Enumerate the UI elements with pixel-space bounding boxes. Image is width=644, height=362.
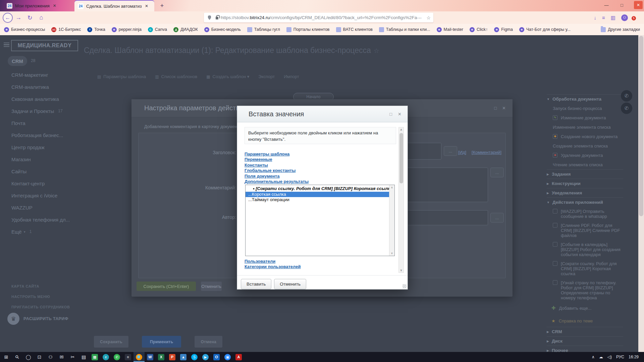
menu-hamburger-icon[interactable] [4,43,9,47]
sidebar-item[interactable]: Центр продаж [11,141,84,153]
snipping-tool-icon[interactable]: ✂ [67,352,78,362]
listbox-item[interactable]: ...Короткая ссылка [246,192,394,197]
library-icon[interactable]: ≡ [602,15,605,20]
bookmark-item[interactable]: 1С 1С-Битрикс [51,27,81,32]
palette-group-header[interactable]: ▶ Диск [547,336,623,346]
outlook-icon[interactable]: O [211,352,222,362]
sidebar-item[interactable]: Контакт-центр [11,177,84,189]
account-icon[interactable]: ⚇ [621,14,628,21]
modal-maximize-icon[interactable]: □ [389,112,392,117]
back-button[interactable]: ← [3,13,13,23]
palette-item[interactable]: [Сократи ссылку. Робот для CRM] [BIZZUP]… [547,259,623,278]
listbox-scrollbar[interactable]: ∧ ∨ [389,185,394,256]
dialog-maximize-icon[interactable]: □ [494,106,497,111]
acrobat-icon[interactable]: A [233,352,244,362]
palette-item[interactable]: Создание элемента списка [547,141,623,150]
browser-tab-my-apps[interactable]: 24 Мои приложения ✕ [3,0,72,11]
mail-icon[interactable]: ✉ [56,352,67,362]
value-category-link[interactable]: Глобальные константы [245,168,309,173]
palette-group-header[interactable]: ▶ Задания [547,169,623,179]
sheets-icon[interactable]: ▦ [89,352,100,362]
onedrive-cloud-icon[interactable]: ☁ [599,355,603,359]
palette-item[interactable]: Изменение элемента списка [547,122,623,132]
page-actions-icon[interactable]: ⋯ [417,15,422,20]
palette-item[interactable]: Чтение элемента списка [547,160,623,169]
modal-scrollbar[interactable]: ∧ ∨ [398,127,404,273]
photos-icon[interactable]: ▲ [178,352,189,362]
tray-chevron-icon[interactable]: ∧ [592,355,595,359]
firefox-icon[interactable] [133,352,145,362]
tab-close-icon[interactable]: ✕ [145,4,148,8]
palette-item[interactable]: [Слияние PDF. Робот для CRM] [BIZZUP] Сл… [547,221,623,240]
terminal-icon[interactable]: ≡ [122,352,133,362]
whatsapp-icon[interactable]: ✆ [111,352,122,362]
bookmark-star-icon[interactable]: ☆ [426,15,431,20]
forward-button[interactable]: → [13,14,24,21]
sidebar-item[interactable]: Сквозная аналитика [11,93,84,105]
sidebar-item[interactable]: Ещё ▾ 1 [11,226,84,238]
bookmark-item[interactable]: ⊕ Бизнес-процессы [4,27,45,32]
user-link[interactable]: Пользователи [245,259,301,264]
palette-item[interactable]: ✱ Создание нового документа [547,132,623,141]
sidebar-footer-link[interactable]: КАРТА САЙТА [11,281,84,291]
powerpoint-icon[interactable]: P [167,352,178,362]
excel-icon[interactable]: X [156,352,167,362]
modal-close-icon[interactable]: ✕ [398,112,401,117]
page-bottom-button[interactable]: Отмена [195,336,222,348]
sidebar-item[interactable]: Магазин [11,153,84,165]
volume-icon[interactable]: ◁) [607,355,612,359]
skype-icon[interactable]: S [189,352,200,362]
word-icon[interactable]: W [145,352,156,362]
palette-group-header[interactable]: ▼ Действия приложений [547,197,623,207]
url-bar[interactable]: https://stolbov.bitrix24.ru/crm/configs/… [204,13,433,22]
search-icon[interactable]: ⚲ [12,352,23,362]
zoom-icon[interactable]: ▣ [222,352,233,362]
task-view-icon[interactable]: ⊡ [34,352,45,362]
palette-item[interactable]: Запуск бизнес-процесса [547,104,623,113]
scrollbar-thumb[interactable] [399,133,403,183]
sidebar-item[interactable]: Интеграция с iVoice [11,189,84,201]
sidebar-footer-link[interactable]: ПРИГЛАСИТЬ СОТРУДНИКОВ [11,302,84,312]
reload-button[interactable]: ↻ [24,14,36,21]
palette-group-header[interactable]: ▶ Уведомления [547,188,623,197]
cancel-button[interactable]: Отменить [201,282,222,291]
insert-button[interactable]: Вставить [241,279,271,289]
tab-close-icon[interactable]: ✕ [53,3,56,8]
cortana-icon[interactable]: ◯ [23,352,34,362]
author-field-insert-button[interactable]: ... [490,213,504,223]
bookmark-item[interactable]: ⊕ Figma [494,27,513,32]
palette-group-header[interactable]: ▶ Прочее [547,346,623,352]
bookmark-item[interactable]: Д ДИАДОК [173,27,198,32]
sidebar-item[interactable]: WAZZUP [11,201,84,214]
value-category-link[interactable]: Переменные [245,157,309,162]
clock[interactable]: 16:29 [629,355,639,359]
toolbar-item[interactable]: ▦ Создать шаблон ▾ [206,74,249,79]
bookmark-item[interactable]: Таблицы гугл [247,27,280,32]
minimize-icon[interactable]: — [603,3,610,8]
toolbar-item[interactable]: ▥ Список шаблонов [155,74,197,79]
comment-link[interactable]: [Комментарий] [472,150,501,155]
value-category-link[interactable]: Поля документа [245,174,309,179]
palette-group-header[interactable]: ▼ Обработка документа [547,94,623,104]
browser-tab-active[interactable]: 24 Сделка. Шаблон автоматизац ✕ [74,0,154,11]
sidebar-item[interactable]: Удобная телефония дл... [11,214,84,226]
palette-group-header[interactable]: ▶ CRM [547,327,623,336]
tracking-shield-icon[interactable] [208,15,211,20]
edge-icon[interactable]: e [100,352,111,362]
dialog-close-icon[interactable]: ✕ [502,106,506,111]
toolbar-item[interactable]: Импорт [284,74,299,79]
page-bottom-button[interactable]: Применить [142,336,181,348]
value-category-link[interactable]: Константы [245,163,309,168]
toolbar-item[interactable]: ▤ Параметры шаблона [97,74,146,79]
palette-group-header[interactable]: ▶ Конструкции [547,179,623,188]
value-category-link[interactable]: Параметры шаблона [245,152,309,157]
download-icon[interactable]: ↓ [594,15,597,20]
sidebar-item[interactable]: Сайты [11,165,84,177]
page-scrollbar[interactable] [638,35,644,352]
language-indicator[interactable]: РУС [616,355,624,359]
home-button[interactable]: ⌂ [36,14,47,21]
palette-item[interactable]: ✖ Удаление документа [547,150,623,160]
user-link[interactable]: Категории пользователей [245,264,301,269]
bookmark-item[interactable]: ⊕ Mail-tester [437,27,463,32]
value-category-link[interactable]: Дополнительные результаты [245,179,309,184]
